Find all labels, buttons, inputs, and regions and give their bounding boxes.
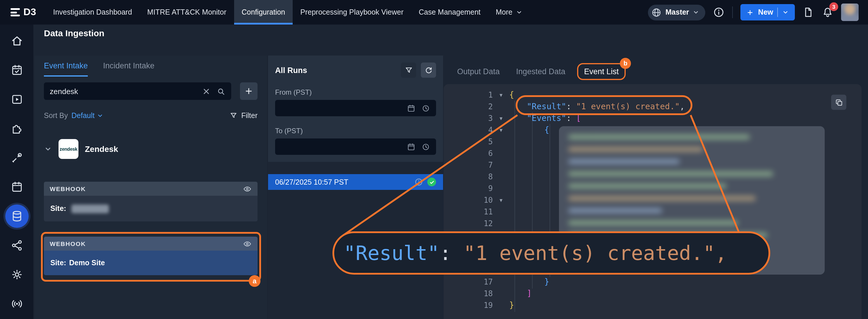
- line-number: 1: [444, 90, 493, 99]
- filter-button[interactable]: Filter: [229, 112, 257, 120]
- result-zoom-callout: "Result": "1 event(s) created.",: [333, 232, 770, 275]
- run-status-icons: [414, 178, 436, 186]
- annotation-badge-a: a: [249, 275, 260, 287]
- calendar-icon[interactable]: [407, 104, 415, 112]
- sidebar-item-broadcast[interactable]: [10, 297, 24, 311]
- fold-chevron-icon[interactable]: ▾: [493, 127, 509, 133]
- webhook-card-header: WEBHOOK: [44, 182, 257, 196]
- add-source-button[interactable]: [240, 82, 257, 100]
- search-box[interactable]: [44, 82, 231, 100]
- d3-logo-bars-icon: [10, 8, 20, 16]
- nav-item-preprocessing-playbook-viewer[interactable]: Preprocessing Playbook Viewer: [293, 0, 411, 25]
- collapse-chevron-icon[interactable]: [44, 145, 52, 153]
- tab-label: Event List: [584, 67, 619, 76]
- line-number: 4: [444, 125, 493, 134]
- run-timestamp: 06/27/2025 10:57 PST: [275, 178, 348, 186]
- tab-event-intake[interactable]: Event Intake: [44, 61, 88, 76]
- d3-logo[interactable]: D3: [0, 0, 45, 25]
- sidebar-item-tools[interactable]: [10, 151, 24, 165]
- new-button[interactable]: New: [741, 4, 795, 21]
- nav-item-configuration[interactable]: Configuration: [234, 0, 293, 25]
- sidebar-item-network[interactable]: [10, 238, 24, 252]
- copy-button[interactable]: [831, 95, 846, 110]
- chevron-down-icon: [515, 9, 522, 16]
- notifications-button[interactable]: 3: [822, 6, 834, 18]
- zendesk-logo: zendesk: [59, 139, 79, 159]
- d3-logo-text: D3: [23, 6, 36, 18]
- line-number: 9: [444, 184, 493, 192]
- tab-incident-intake[interactable]: Incident Intake: [103, 61, 155, 75]
- to-datetime-input[interactable]: [275, 138, 436, 155]
- tab-output-data[interactable]: Output Data: [457, 67, 500, 76]
- eye-icon[interactable]: [243, 239, 252, 248]
- copy-icon: [834, 98, 843, 107]
- user-avatar[interactable]: [841, 3, 859, 21]
- search-icon[interactable]: [217, 87, 225, 96]
- nav-item-label: MITRE ATT&CK Monitor: [147, 8, 226, 16]
- to-label: To (PST): [275, 127, 436, 135]
- nav-item-case-management[interactable]: Case Management: [411, 0, 488, 25]
- clear-search-icon[interactable]: [202, 87, 211, 96]
- funnel-icon: [229, 112, 238, 120]
- from-datetime-input[interactable]: [275, 100, 436, 116]
- fold-chevron-icon[interactable]: ▾: [493, 197, 509, 203]
- redacted-line: [568, 134, 750, 140]
- runs-panel: All Runs From (PST) To (PST) 06/27/2025 …: [268, 56, 443, 319]
- code-content: }: [509, 300, 514, 310]
- tab-ingested-data[interactable]: Ingested Data: [516, 67, 565, 76]
- nav-item-label: Case Management: [419, 8, 480, 16]
- line-number: 17: [444, 277, 493, 286]
- sidebar-item-database[interactable]: [10, 209, 24, 223]
- puzzle-icon: [10, 122, 23, 135]
- code-line: 17}: [444, 276, 862, 287]
- info-icon[interactable]: [414, 178, 423, 186]
- tab-label: Output Data: [457, 67, 500, 76]
- code-content: {: [509, 125, 549, 134]
- sidebar-item-calendar[interactable]: [10, 180, 24, 194]
- line-number: 6: [444, 149, 493, 157]
- code-content: "Events": [: [509, 113, 581, 123]
- webhook-card[interactable]: WEBHOOKSite:: [44, 182, 257, 221]
- runs-header: All Runs: [275, 63, 436, 78]
- run-row[interactable]: 06/27/2025 10:57 PST: [268, 174, 443, 190]
- broadcast-icon: [10, 297, 23, 310]
- master-environment-dropdown[interactable]: Master: [648, 4, 706, 20]
- runs-filter-block: All Runs From (PST) To (PST): [268, 56, 443, 162]
- search-row: [44, 82, 257, 100]
- search-input[interactable]: [50, 87, 196, 96]
- run-list: 06/27/2025 10:57 PST: [268, 174, 443, 190]
- tab-event-list[interactable]: Event Listb: [577, 63, 626, 80]
- eye-icon[interactable]: [243, 184, 252, 193]
- fold-chevron-icon[interactable]: ▾: [493, 115, 509, 121]
- nav-item-label: Preprocessing Playbook Viewer: [300, 8, 404, 16]
- clock-icon[interactable]: [422, 142, 430, 151]
- sort-by-dropdown[interactable]: Default: [71, 112, 103, 120]
- fold-chevron-icon[interactable]: ▾: [493, 92, 509, 98]
- info-button[interactable]: [713, 6, 725, 18]
- line-number: 19: [444, 300, 493, 309]
- calendar-icon[interactable]: [407, 142, 415, 151]
- sidebar-item-playbook[interactable]: [10, 92, 24, 106]
- webhook-card-list: WEBHOOKSite:WEBHOOKSite:Demo Site: [44, 182, 257, 275]
- sort-by-value: Default: [71, 112, 95, 120]
- clock-icon[interactable]: [422, 104, 430, 112]
- runs-filter-button[interactable]: [401, 63, 416, 78]
- new-button-divider: [777, 8, 778, 17]
- sidebar-item-calendar-check[interactable]: [10, 63, 24, 77]
- runs-refresh-button[interactable]: [421, 63, 436, 78]
- nav-item-more[interactable]: More: [488, 0, 530, 25]
- integration-group-row[interactable]: zendesk Zendesk: [44, 137, 257, 161]
- sidebar-item-puzzle[interactable]: [10, 121, 24, 136]
- code-line: 19}: [444, 299, 862, 311]
- nav-item-investigation-dashboard[interactable]: Investigation Dashboard: [45, 0, 140, 25]
- sidebar-item-gear[interactable]: [10, 268, 24, 282]
- output-panel: Output DataIngested DataEvent Listb 1▾{2…: [444, 56, 862, 319]
- line-number: 8: [444, 172, 493, 181]
- nav-item-mitre-att-ck-monitor[interactable]: MITRE ATT&CK Monitor: [140, 0, 234, 25]
- code-line: 18]: [444, 287, 862, 299]
- redacted-line: [568, 220, 738, 225]
- document-button[interactable]: [802, 6, 814, 18]
- webhook-card-selected[interactable]: WEBHOOKSite:Demo Site: [44, 237, 257, 275]
- sidebar-item-home[interactable]: [10, 34, 24, 48]
- playbook-icon: [10, 93, 23, 106]
